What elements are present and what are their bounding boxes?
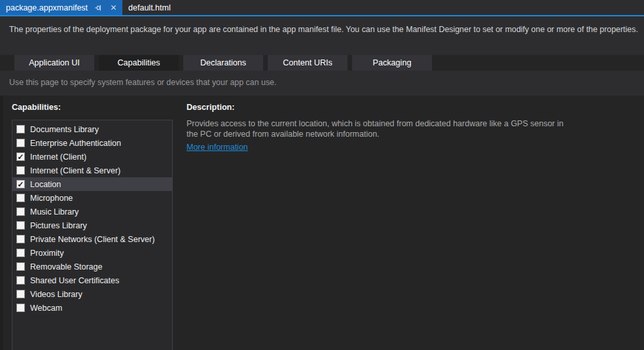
tab-label: Application UI: [29, 58, 80, 67]
checkbox[interactable]: [16, 262, 25, 271]
capability-label: Enterprise Authentication: [30, 139, 121, 148]
checkbox[interactable]: [16, 207, 25, 216]
capability-row-enterprise-authentication[interactable]: Enterprise Authentication: [12, 136, 172, 150]
capability-label: Music Library: [30, 207, 79, 217]
capability-label: Proximity: [30, 249, 63, 258]
tab-default-html[interactable]: default.html: [122, 0, 177, 15]
checkbox-checked[interactable]: ✓: [16, 152, 25, 161]
capability-label: Location: [30, 180, 61, 189]
tab-content-uris[interactable]: Content URIs: [268, 55, 348, 71]
tab-package-appxmanifest[interactable]: package.appxmanifest: [0, 0, 122, 15]
close-icon[interactable]: [109, 3, 118, 12]
capability-row-internet-client[interactable]: ✓ Internet (Client): [12, 150, 172, 164]
manifest-intro-band: The properties of the deployment package…: [0, 16, 644, 55]
capability-label: Removable Storage: [30, 262, 102, 271]
capability-row-pictures-library[interactable]: Pictures Library: [12, 219, 172, 232]
checkbox[interactable]: [16, 194, 25, 202]
capability-label: Internet (Client): [30, 152, 86, 162]
page-hint-band: Use this page to specify system features…: [0, 71, 644, 96]
capability-label: Shared User Certificates: [30, 276, 119, 285]
capabilities-page: Capabilities: Documents Library Enterpri…: [0, 96, 644, 350]
tab-packaging[interactable]: Packaging: [352, 55, 432, 71]
capability-label: Videos Library: [30, 290, 82, 299]
tab-label: Packaging: [373, 58, 412, 67]
capability-row-internet-client-server[interactable]: Internet (Client & Server): [12, 164, 172, 177]
checkbox[interactable]: [16, 235, 25, 243]
capability-row-shared-user-certificates[interactable]: Shared User Certificates: [12, 273, 172, 287]
capability-label: Documents Library: [30, 125, 99, 134]
checkbox-checked[interactable]: ✓: [16, 180, 25, 188]
tab-label: Capabilities: [117, 58, 160, 67]
capability-row-webcam[interactable]: Webcam: [12, 301, 172, 315]
designer-tab-strip: Application UI Capabilities Declarations…: [0, 55, 644, 71]
checkbox[interactable]: [16, 125, 25, 133]
capability-row-microphone[interactable]: Microphone: [12, 191, 172, 205]
manifest-intro-text: The properties of the deployment package…: [9, 25, 638, 34]
manifest-designer-window: { "window": { "file_tabs": [ { "label": …: [0, 0, 644, 350]
tab-label: package.appxmanifest: [6, 3, 88, 12]
tab-label: default.html: [128, 3, 171, 12]
capability-row-removable-storage[interactable]: Removable Storage: [12, 260, 172, 273]
checkbox[interactable]: [16, 276, 25, 285]
tab-declarations[interactable]: Declarations: [183, 55, 263, 71]
checkbox[interactable]: [16, 221, 25, 230]
left-gutter: [0, 96, 3, 350]
capability-row-private-networks[interactable]: Private Networks (Client & Server): [12, 232, 172, 246]
capabilities-list-label: Capabilities:: [12, 103, 61, 112]
more-information-link[interactable]: More information: [187, 143, 248, 152]
capability-label: Private Networks (Client & Server): [30, 235, 154, 244]
description-title: Description:: [187, 103, 234, 112]
document-tab-bar: package.appxmanifest default.html: [0, 0, 644, 15]
capability-row-proximity[interactable]: Proximity: [12, 246, 172, 260]
description-body: Provides access to the current location,…: [187, 119, 577, 139]
capability-row-location-selected[interactable]: ✓ Location: [12, 177, 172, 191]
page-hint-text: Use this page to specify system features…: [9, 78, 276, 87]
capability-row-documents-library[interactable]: Documents Library: [12, 122, 172, 136]
capability-label: Webcam: [30, 304, 62, 313]
checkbox[interactable]: [16, 249, 25, 257]
capability-row-videos-library[interactable]: Videos Library: [12, 287, 172, 301]
capability-label: Internet (Client & Server): [30, 166, 120, 175]
capabilities-listbox[interactable]: Documents Library Enterprise Authenticat…: [12, 120, 173, 350]
checkbox[interactable]: [16, 304, 25, 312]
capability-label: Pictures Library: [30, 221, 87, 230]
capability-label: Microphone: [30, 194, 73, 203]
checkbox[interactable]: [16, 290, 25, 298]
checkbox[interactable]: [16, 139, 25, 147]
tab-label: Declarations: [200, 58, 246, 67]
tab-label: Content URIs: [283, 58, 332, 67]
checkbox[interactable]: [16, 166, 25, 175]
capability-row-music-library[interactable]: Music Library: [12, 205, 172, 219]
tab-application-ui[interactable]: Application UI: [14, 55, 94, 71]
tab-capabilities[interactable]: Capabilities: [99, 55, 179, 71]
pin-icon[interactable]: [94, 3, 103, 12]
